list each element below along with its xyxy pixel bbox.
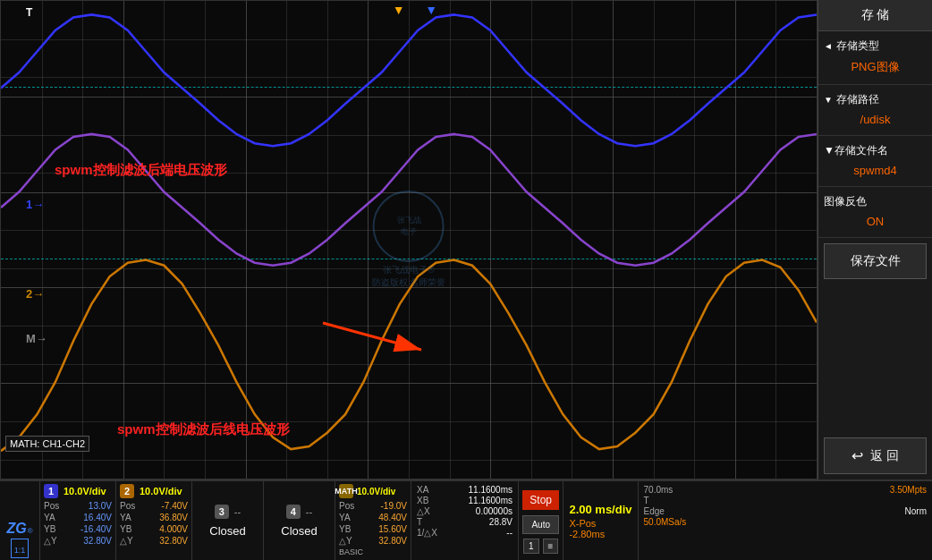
ch1-dy-val: 32.80V xyxy=(83,536,112,546)
auto-button[interactable]: Auto xyxy=(522,515,559,534)
ch2-yb-val: 4.000V xyxy=(159,524,188,534)
storage-filename-label: ▼存储文件名 xyxy=(824,143,888,158)
ch2-pos-val: -7.40V xyxy=(162,501,188,511)
ref-btn[interactable]: ≡ xyxy=(543,539,559,554)
ch1-indicator: 1→ xyxy=(26,198,44,211)
ch1-info: 1 10.0V/div Pos 13.0V YA 16.40V YB -16.4… xyxy=(40,481,116,560)
math-label: MATH: CH1-CH2 xyxy=(5,436,89,452)
time-div-val: 2.00 ms/div xyxy=(569,503,631,516)
math-ya-label: YA xyxy=(339,513,351,522)
ch1-annotation: spwm控制滤波后端电压波形 xyxy=(55,162,227,179)
arrow-annotation xyxy=(305,305,484,377)
ch3-number: 3 xyxy=(215,505,229,519)
storage-path-arrow: ▼ xyxy=(824,95,833,105)
math-dy-label: △Y xyxy=(339,536,352,546)
ch2-div: 10.0V/div xyxy=(140,486,182,496)
storage-filename-value: spwmd4 xyxy=(824,162,927,179)
dx-label: △X xyxy=(417,506,430,516)
panel-title: 存 储 xyxy=(818,0,932,31)
m-indicator: M→ xyxy=(26,332,47,345)
x-pos-val: -2.80ms xyxy=(569,529,631,539)
ch1-yb-val: -16.40V xyxy=(80,524,112,534)
norm-label: Norm xyxy=(905,506,927,516)
ch3-info: 3 -- Closed xyxy=(192,481,264,560)
ch1-number: 1 xyxy=(44,484,58,498)
t-indicator: T xyxy=(26,6,32,19)
ch3-div: -- xyxy=(234,506,241,517)
ch1-ya-val: 16.40V xyxy=(83,513,112,522)
time-div-info: 2.00 ms/div X-Pos -2.80ms xyxy=(563,481,638,560)
ch1-dy-label: △Y xyxy=(44,536,57,546)
control-buttons: Stop Auto 1 ≡ xyxy=(519,481,563,560)
status-bar: ZG ® 1:1 1 10.0V/div Pos 13.0V YA 16.40V… xyxy=(0,479,932,560)
save-file-button[interactable]: 保存文件 xyxy=(824,243,927,279)
math-yb-label: YB xyxy=(339,524,351,534)
ch2-ya-val: 36.80V xyxy=(159,513,188,522)
storage-path-item[interactable]: ▼ 存储路径 /udisk xyxy=(818,85,932,136)
image-invert-value: ON xyxy=(824,213,927,230)
logo-reg: ® xyxy=(28,527,33,535)
xa-label: XA xyxy=(417,485,428,495)
ch2-annotation: spwm控制滤波后线电压波形 xyxy=(117,421,290,438)
math-ya-val: 48.40V xyxy=(378,513,407,522)
ch1-pos-label: Pos xyxy=(44,501,59,511)
svg-line-1 xyxy=(323,323,421,350)
ch2-dy-label: △Y xyxy=(120,536,133,546)
ch4-info: 4 -- Closed xyxy=(264,481,335,560)
back-button[interactable]: ↩ 返 回 xyxy=(824,437,927,474)
storage-path-label: 存储路径 xyxy=(836,92,879,107)
image-invert-item[interactable]: 图像反色 ON xyxy=(818,187,932,238)
ratio-label: 1:1 xyxy=(14,546,26,555)
ref-time-label: 70.0ms xyxy=(644,485,674,495)
right-measurement: 70.0ms 3.50Mpts T Edge Norm 50.0MSa/s xyxy=(639,481,932,560)
x-pos-label: X-Pos xyxy=(569,518,631,529)
math-info: MATH 10.0V/div Pos -19.0V YA 48.40V YB 1… xyxy=(335,481,411,560)
xb-val: 11.1600ms xyxy=(469,496,513,505)
logo: ZG xyxy=(6,521,26,537)
ch2-ya-label: YA xyxy=(120,513,131,522)
math-number: MATH xyxy=(339,484,353,498)
ch2-indicator: 2→ xyxy=(26,287,44,301)
back-icon: ↩ xyxy=(852,447,863,464)
watermark: 张飞战电子 张飞战电子®防盗版权 名师荣誉 xyxy=(372,191,446,289)
math-pos-label: Pos xyxy=(339,501,354,511)
ch2-pos-label: Pos xyxy=(120,501,135,511)
math-div: 10.0V/div xyxy=(357,487,395,496)
xb-label: XB xyxy=(417,496,428,505)
ref-pts-val: 3.50Mpts xyxy=(890,485,927,495)
edge-label: Edge xyxy=(644,506,665,516)
storage-type-arrow: ◄ xyxy=(824,41,833,51)
ch1-div: 10.0V/div xyxy=(64,486,106,496)
ch2-dy-val: 32.80V xyxy=(159,536,188,546)
storage-filename-item[interactable]: ▼存储文件名 spwmd4 xyxy=(818,136,932,187)
t-val-label: T xyxy=(417,517,422,527)
div-inv-label: 1/△X xyxy=(417,528,437,538)
storage-type-item[interactable]: ◄ 存储类型 PNG图像 xyxy=(818,31,932,85)
t-val: 28.8V xyxy=(489,517,513,527)
stop-button[interactable]: Stop xyxy=(522,490,559,510)
ch4-div: -- xyxy=(306,506,312,517)
back-label: 返 回 xyxy=(870,448,899,464)
storage-type-label: 存储类型 xyxy=(836,38,879,54)
image-invert-label: 图像反色 xyxy=(824,194,867,209)
ch2-info: 2 10.0V/div Pos -7.40V YA 36.80V YB 4.00… xyxy=(116,481,192,560)
math-yb-val: 15.60V xyxy=(378,524,407,534)
ch2-yb-label: YB xyxy=(120,524,131,534)
right-panel: 存 储 ◄ 存储类型 PNG图像 ▼ 存储路径 /udisk ▼存储文件名 sp… xyxy=(818,0,932,479)
ch1-yb-label: YB xyxy=(44,524,55,534)
basic-label: BASIC xyxy=(339,547,407,556)
math-dy-val: 32.80V xyxy=(378,536,407,546)
math-pos-val: -19.0V xyxy=(381,501,407,511)
ch1-btn[interactable]: 1 xyxy=(523,539,539,554)
div-inv-val: -- xyxy=(506,528,513,538)
dx-val: 0.00000s xyxy=(476,506,513,516)
scope-screen: ▼ ▼ T 1→ 2→ M→ 张飞战电子 张飞战电子®防盗版权 名师荣誉 spw… xyxy=(0,0,818,479)
ch3-closed: Closed xyxy=(209,524,245,538)
storage-path-value: /udisk xyxy=(824,111,927,128)
ch4-closed: Closed xyxy=(281,524,317,538)
ch1-pos-val: 13.0V xyxy=(89,501,112,511)
xa-val: 11.1600ms xyxy=(469,485,513,495)
storage-type-value: PNG图像 xyxy=(824,57,927,77)
trigger-arrow-ch2: ▼ xyxy=(425,3,437,17)
t-trigger-label: T xyxy=(644,496,649,505)
